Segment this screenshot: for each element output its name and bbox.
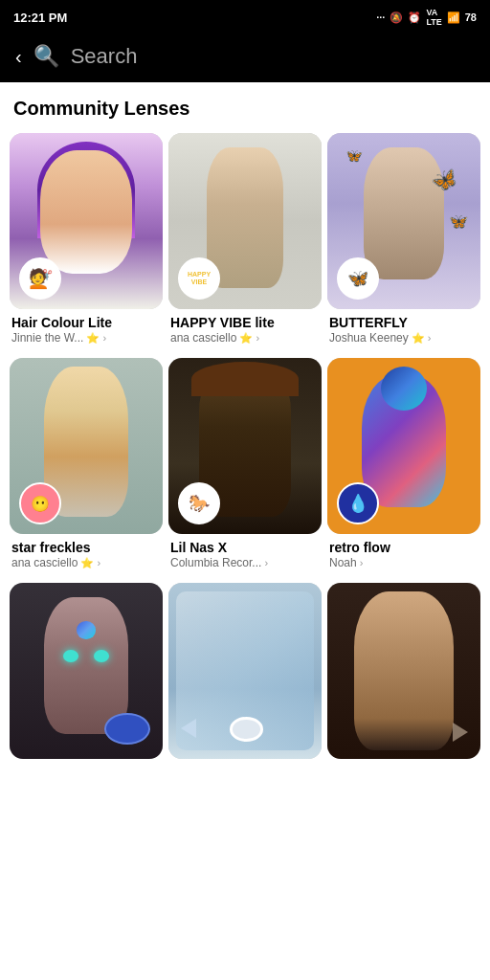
status-bar: 12:21 PM ··· 🔕 ⏰ VALTE 📶 78 xyxy=(0,0,490,34)
avatar-icon-6: 💧 xyxy=(347,493,368,514)
lens-card-8[interactable] xyxy=(168,583,322,773)
lens-avatar-4: 😶 xyxy=(19,482,61,524)
mute-icon: 🔕 xyxy=(390,11,403,24)
verified-star-1: ⭐ xyxy=(86,332,100,345)
lens-card-5[interactable]: 🐎 Lil Nas X Columbia Recor... › xyxy=(168,358,322,577)
battery-icon: 78 xyxy=(465,11,477,23)
lens-name-5: Lil Nas X xyxy=(170,540,320,555)
arrow-right-9 xyxy=(453,723,468,742)
verified-star-4: ⭐ xyxy=(80,557,94,569)
lens-info-8 xyxy=(168,759,322,773)
avatar-icon-2: HAPPYVIBE xyxy=(186,269,212,289)
creator-name-6: Noah xyxy=(329,556,357,569)
volte-icon: VALTE xyxy=(426,8,441,27)
search-icon: 🔍 xyxy=(33,44,59,69)
face-silhouette xyxy=(40,150,132,274)
status-time: 12:21 PM xyxy=(13,11,67,25)
lens-thumb-2: HAPPYVIBE xyxy=(168,133,322,309)
signal-dots-icon: ··· xyxy=(376,11,385,23)
lens-creator-6: Noah › xyxy=(329,556,479,569)
lens-grid: 💇 Hair Colour Lite Jinnie the W... ⭐ › xyxy=(10,133,480,773)
lens-thumb-7 xyxy=(10,583,163,759)
lens-card-7[interactable] xyxy=(10,583,163,773)
lens-avatar-2: HAPPYVIBE xyxy=(178,257,220,300)
avatar-icon-1: 💇 xyxy=(29,267,53,290)
figure-9 xyxy=(354,591,454,750)
lens-name-1: Hair Colour Lite xyxy=(11,315,161,330)
creator-name-1: Jinnie the W... xyxy=(11,331,83,345)
gem-forehead-7 xyxy=(77,621,95,638)
main-content: Community Lenses 💇 Hair Colour Lite Jinn… xyxy=(0,82,490,961)
status-icons: ··· 🔕 ⏰ VALTE 📶 78 xyxy=(376,8,477,27)
eye-glow-right-7 xyxy=(94,650,109,662)
back-button[interactable]: ‹ xyxy=(15,46,22,68)
search-input[interactable]: Search xyxy=(71,44,475,69)
section-title: Community Lenses xyxy=(10,98,480,120)
lens-card-9[interactable] xyxy=(327,583,480,773)
lens-name-2: HAPPY VIBE lite xyxy=(170,315,320,330)
figure-2 xyxy=(207,147,283,288)
signal-bars-icon: 📶 xyxy=(447,11,460,24)
lens-card-6[interactable]: 💧 retro flow Noah › xyxy=(327,358,480,577)
lens-thumb-6: 💧 xyxy=(327,358,480,534)
lens-thumb-1: 💇 xyxy=(10,133,163,309)
chevron-icon-5: › xyxy=(264,557,268,568)
lens-card-1[interactable]: 💇 Hair Colour Lite Jinnie the W... ⭐ › xyxy=(10,133,163,352)
creator-name-3: Joshua Keeney xyxy=(329,331,409,345)
avatar-icon-3: 🦋 xyxy=(347,268,368,289)
butterfly-deco-3: 🦋 xyxy=(344,145,364,165)
avatar-icon-5: 🐎 xyxy=(189,493,210,514)
lens-avatar-5: 🐎 xyxy=(178,482,220,524)
alarm-icon: ⏰ xyxy=(408,11,421,24)
lens-thumb-4: 😶 xyxy=(10,358,163,534)
lens-name-6: retro flow xyxy=(329,540,479,555)
lens-avatar-1: 💇 xyxy=(19,257,61,300)
lens-info-5: Lil Nas X Columbia Recor... › xyxy=(168,534,322,577)
lens-info-6: retro flow Noah › xyxy=(327,534,480,577)
chevron-icon-4: › xyxy=(97,557,100,568)
verified-star-3: ⭐ xyxy=(412,332,425,345)
eye-glow-left-7 xyxy=(63,650,78,662)
lens-avatar-3: 🦋 xyxy=(337,257,379,300)
lens-thumb-8 xyxy=(168,583,322,759)
chevron-icon-2: › xyxy=(256,332,259,344)
chevron-icon-6: › xyxy=(360,557,364,568)
lens-thumb-9 xyxy=(327,583,480,759)
lens-card-3[interactable]: 🦋 🦋 🦋 🦋 BUTTERFLY Joshua Keeney ⭐ › xyxy=(327,133,480,352)
thumb-art-8 xyxy=(168,583,322,759)
chevron-icon-3: › xyxy=(428,332,432,344)
verified-star-2: ⭐ xyxy=(239,332,253,345)
lens-info-1: Hair Colour Lite Jinnie the W... ⭐ › xyxy=(10,309,163,352)
lens-info-2: HAPPY VIBE lite ana casciello ⭐ › xyxy=(168,309,322,352)
lens-info-3: BUTTERFLY Joshua Keeney ⭐ › xyxy=(327,309,480,352)
arrow-left-8 xyxy=(181,719,196,738)
thumb-art-7 xyxy=(10,583,163,759)
lens-creator-4: ana casciello ⭐ › xyxy=(11,556,161,569)
avatar-icon-4: 😶 xyxy=(31,495,50,513)
lens-card-2[interactable]: HAPPYVIBE HAPPY VIBE lite ana casciello … xyxy=(168,133,322,352)
creator-name-2: ana casciello xyxy=(170,331,236,345)
search-header: ‹ 🔍 Search xyxy=(0,34,490,82)
thumb-art-9 xyxy=(327,583,480,759)
lens-avatar-6: 💧 xyxy=(337,482,379,524)
chevron-icon-1: › xyxy=(102,332,106,344)
camera-circle-8 xyxy=(230,717,263,742)
lens-creator-3: Joshua Keeney ⭐ › xyxy=(329,331,479,345)
lens-info-9 xyxy=(327,759,480,773)
lens-name-3: BUTTERFLY xyxy=(329,315,479,330)
creator-name-4: ana casciello xyxy=(11,556,78,569)
hat-5 xyxy=(191,362,299,397)
lens-thumb-3: 🦋 🦋 🦋 🦋 xyxy=(327,133,480,309)
lens-thumb-5: 🐎 xyxy=(168,358,322,534)
lens-creator-1: Jinnie the W... ⭐ › xyxy=(11,331,161,345)
lens-card-4[interactable]: 😶 star freckles ana casciello ⭐ › xyxy=(10,358,163,577)
time-display: 12:21 PM xyxy=(13,11,67,25)
butterfly-deco-2: 🦋 xyxy=(448,211,470,232)
figure-7 xyxy=(44,597,128,735)
circle-icon-7 xyxy=(104,713,150,745)
lens-info-7 xyxy=(10,759,163,773)
creator-name-5: Columbia Recor... xyxy=(170,556,261,569)
lens-creator-2: ana casciello ⭐ › xyxy=(170,331,320,345)
gem-6 xyxy=(381,367,427,411)
lens-name-4: star freckles xyxy=(11,540,161,555)
